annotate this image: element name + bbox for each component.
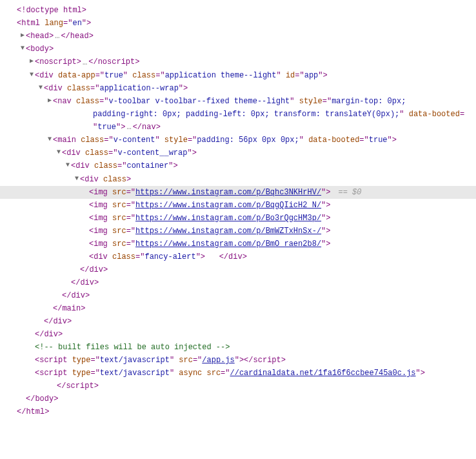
expand-icon[interactable]: ▶ [19, 29, 26, 42]
img-src-link[interactable]: https://www.instagram.com/p/BqgQIicH2_N/ [135, 201, 321, 210]
close-div[interactable]: </div> [0, 289, 476, 302]
img-src-link[interactable]: https://www.instagram.com/p/BmWZTxHnSx-/ [135, 227, 321, 236]
img-line[interactable]: <img src="https://www.instagram.com/p/Bm… [0, 238, 476, 250]
collapse-icon[interactable]: ▼ [28, 68, 35, 81]
script-src-link[interactable]: //cardinaldata.net/1fa16f6ccbee745a0c.js [230, 369, 416, 378]
close-div[interactable]: </div> [0, 276, 476, 289]
nav-line[interactable]: ▶<nav class="v-toolbar v-toolbar--fixed … [0, 95, 476, 134]
img-line[interactable]: <img src="https://www.instagram.com/p/Bq… [0, 199, 476, 212]
comment-line[interactable]: <!-- built files will be auto injected -… [0, 341, 476, 354]
doctype-text: <!doctype html> [17, 6, 86, 15]
selection-marker: == $0 [330, 188, 361, 197]
doctype-line[interactable]: <!doctype html> [0, 4, 476, 17]
main-line[interactable]: ▼<main class="v-content" style="padding:… [0, 134, 476, 147]
empty-class-div-line[interactable]: ▼<div class> [0, 173, 476, 186]
img-line[interactable]: <img src="https://www.instagram.com/p/Bo… [0, 212, 476, 225]
close-div[interactable]: </div> [0, 263, 476, 276]
close-div[interactable]: </div> [0, 328, 476, 341]
body-open[interactable]: ▼<body> [0, 43, 476, 56]
html-open[interactable]: <html lang="en"> [0, 17, 476, 30]
img-line[interactable]: <img src="https://www.instagram.com/p/Bm… [0, 225, 476, 238]
close-div[interactable]: </div> [0, 315, 476, 328]
collapse-icon[interactable]: ▼ [64, 159, 71, 172]
expand-icon[interactable]: ▶ [46, 94, 53, 107]
collapse-icon[interactable]: ▼ [46, 133, 53, 146]
img-src-link[interactable]: https://www.instagram.com/p/Bqhc3NKHrHV/ [135, 188, 321, 197]
app-div-line[interactable]: ▼<div data-app="true" class="application… [0, 69, 476, 82]
noscript-line[interactable]: ▶<noscript>…</noscript> [0, 56, 476, 68]
collapse-icon[interactable]: ▼ [37, 81, 44, 94]
script-app-line[interactable]: <script type="text/javascript" src="/app… [0, 354, 476, 367]
close-body[interactable]: </body> [0, 393, 476, 405]
content-wrap-line[interactable]: ▼<div class="v-content__wrap"> [0, 147, 476, 159]
script-cardinal-line[interactable]: <script type="text/javascript" async src… [0, 367, 476, 393]
comment-text: <!-- built files will be auto injected -… [35, 343, 230, 352]
expand-icon[interactable]: ▶ [28, 55, 35, 68]
close-html[interactable]: </html> [0, 405, 476, 418]
img-src-link[interactable]: https://www.instagram.com/p/BmO_raen2b8/ [135, 240, 321, 249]
app-wrap-line[interactable]: ▼<div class="application--wrap"> [0, 82, 476, 95]
collapse-icon[interactable]: ▼ [19, 42, 26, 55]
img-line-selected[interactable]: <img src="https://www.instagram.com/p/Bq… [0, 186, 476, 199]
img-src-link[interactable]: https://www.instagram.com/p/Bo3rQgcHM3p/ [135, 214, 321, 223]
fancy-alert-line[interactable]: <div class="fancy-alert"> </div> [0, 250, 476, 263]
collapse-icon[interactable]: ▼ [74, 172, 80, 185]
script-src-link[interactable]: /app.js [202, 356, 234, 365]
collapse-icon[interactable]: ▼ [55, 146, 62, 159]
head-line[interactable]: ▶<head>…</head> [0, 30, 476, 43]
container-line[interactable]: ▼<div class="container"> [0, 159, 476, 172]
dom-tree: <!doctype html> <html lang="en"> ▶<head>… [0, 4, 476, 418]
close-main[interactable]: </main> [0, 302, 476, 315]
